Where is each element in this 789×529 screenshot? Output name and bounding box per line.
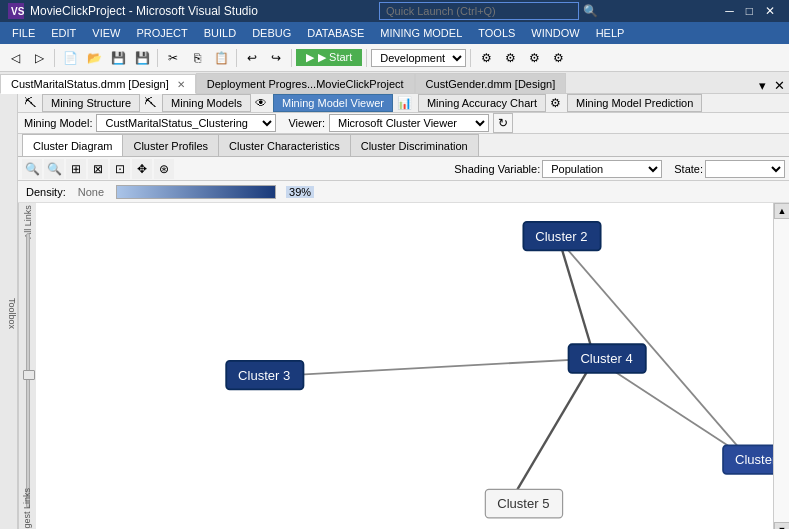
cluster-5-node[interactable]: Cluster 5 — [485, 489, 562, 518]
fit-btn[interactable]: ⊞ — [66, 159, 86, 179]
slider-track[interactable] — [26, 233, 30, 508]
tab-cluster-characteristics[interactable]: Cluster Characteristics — [218, 134, 350, 156]
cluster-3-node[interactable]: Cluster 3 — [226, 361, 303, 390]
mining-toolbar: ⛏ Mining Structure ⛏ Mining Models 👁 Min… — [18, 94, 789, 113]
shading-select[interactable]: Population — [542, 160, 662, 178]
start-btn[interactable]: ▶ ▶ Start — [296, 49, 362, 66]
menu-item-edit[interactable]: EDIT — [43, 25, 84, 41]
save-all-btn[interactable]: 💾 — [131, 47, 153, 69]
dev-mode-select[interactable]: Development — [371, 49, 466, 67]
svg-text:Cluster 3: Cluster 3 — [238, 368, 290, 383]
tab-cluster-diagram-label: Cluster Diagram — [33, 140, 112, 152]
tab-cluster-profiles-label: Cluster Profiles — [133, 140, 208, 152]
new-btn[interactable]: 📄 — [59, 47, 81, 69]
save-btn[interactable]: 💾 — [107, 47, 129, 69]
redo-btn[interactable]: ↪ — [265, 47, 287, 69]
density-label: Density: — [26, 186, 66, 198]
paste-btn[interactable]: 📋 — [210, 47, 232, 69]
extra-btn4[interactable]: ⚙ — [547, 47, 569, 69]
sep6 — [470, 49, 471, 67]
extra-btn3[interactable]: ⚙ — [523, 47, 545, 69]
cluster-2-node[interactable]: Cluster 2 — [523, 222, 600, 251]
viewer-select[interactable]: Microsoft Cluster Viewer — [329, 114, 489, 132]
menu-item-database[interactable]: DATABASE — [299, 25, 372, 41]
svg-text:VS: VS — [11, 6, 24, 17]
menu-item-file[interactable]: FILE — [4, 25, 43, 41]
state-select[interactable] — [705, 160, 785, 178]
sep1 — [54, 49, 55, 67]
mining-structure-btn[interactable]: Mining Structure — [42, 94, 140, 112]
doc-tab-2[interactable]: CustGender.dmm [Design] — [415, 73, 567, 93]
menu-item-window[interactable]: WINDOW — [523, 25, 587, 41]
scroll-track-v[interactable] — [774, 219, 789, 522]
undo-btn[interactable]: ↩ — [241, 47, 263, 69]
strongest-links-label: Strongest Links — [21, 486, 35, 529]
menu-item-project[interactable]: PROJECT — [128, 25, 195, 41]
model-select[interactable]: CustMaritalStatus_Clustering — [96, 114, 276, 132]
scroll-down-btn[interactable]: ▼ — [774, 522, 789, 529]
open-btn[interactable]: 📂 — [83, 47, 105, 69]
diagram-left: 🔍 🔍 ⊞ ⊠ ⊡ ✥ ⊛ Shading Variable: Populati… — [18, 157, 789, 529]
sep5 — [366, 49, 367, 67]
mining-prediction-btn[interactable]: Mining Model Prediction — [567, 94, 702, 112]
density-percentage: 39% — [286, 186, 314, 198]
extra-btn2[interactable]: ⚙ — [499, 47, 521, 69]
refresh-btn[interactable]: ↻ — [493, 113, 513, 133]
slider-thumb[interactable] — [23, 370, 35, 380]
canvas-container: All Links Strongest Links — [18, 203, 789, 529]
doc-tab-1[interactable]: Deployment Progres...MovieClickProject — [196, 73, 415, 93]
title-bar: VS MovieClickProject - Microsoft Visual … — [0, 0, 789, 22]
state-label: State: — [674, 163, 703, 175]
close-btn[interactable]: ✕ — [759, 4, 781, 18]
model-row: Mining Model: CustMaritalStatus_Clusteri… — [18, 113, 789, 134]
search-icon: 🔍 — [583, 4, 598, 18]
mining-models-btn[interactable]: Mining Models — [162, 94, 251, 112]
density-row: Density: None 39% — [18, 181, 789, 203]
doc-tab-0-label: CustMaritalStatus.dmm [Design] — [11, 78, 169, 90]
viewer-label: Viewer: — [288, 117, 324, 129]
run-label: ▶ Start — [318, 51, 352, 64]
cluster-1-node[interactable]: Cluster 1 — [723, 445, 773, 474]
right-scrollbar: ▲ ▼ — [773, 203, 789, 529]
mining-model-viewer-btn[interactable]: Mining Model Viewer — [273, 94, 393, 112]
forward-btn[interactable]: ▷ — [28, 47, 50, 69]
quick-launch-input[interactable] — [379, 2, 579, 20]
zoom-out-btn[interactable]: 🔍 — [44, 159, 64, 179]
main-area: Toolbox ⛏ Mining Structure ⛏ Mining Mode… — [0, 94, 789, 529]
menu-bar: FILEEDITVIEWPROJECTBUILDDEBUGDATABASEMIN… — [0, 22, 789, 44]
toolbox-label: Toolbox — [7, 298, 17, 329]
back-btn[interactable]: ◁ — [4, 47, 26, 69]
diagram-area: 🔍 🔍 ⊞ ⊠ ⊡ ✥ ⊛ Shading Variable: Populati… — [18, 157, 789, 529]
extra-btn1[interactable]: ⚙ — [475, 47, 497, 69]
content-area: ⛏ Mining Structure ⛏ Mining Models 👁 Min… — [18, 94, 789, 529]
tab-cluster-diagram[interactable]: Cluster Diagram — [22, 134, 122, 156]
menu-item-debug[interactable]: DEBUG — [244, 25, 299, 41]
pan-btn[interactable]: ✥ — [132, 159, 152, 179]
menu-item-mining model[interactable]: MINING MODEL — [372, 25, 470, 41]
options-btn[interactable]: ⊛ — [154, 159, 174, 179]
zoom-in-btn[interactable]: 🔍 — [22, 159, 42, 179]
menu-item-help[interactable]: HELP — [588, 25, 633, 41]
tabs-menu-btn[interactable]: ▾ — [755, 78, 770, 93]
layout-btn[interactable]: ⊡ — [110, 159, 130, 179]
grid-btn[interactable]: ⊠ — [88, 159, 108, 179]
close-tab-btn[interactable]: ✕ — [770, 78, 789, 93]
mining-accuracy-btn[interactable]: Mining Accuracy Chart — [418, 94, 546, 112]
run-icon: ▶ — [306, 51, 314, 64]
cut-btn[interactable]: ✂ — [162, 47, 184, 69]
scroll-up-btn[interactable]: ▲ — [774, 203, 789, 219]
shading-label: Shading Variable: — [454, 163, 540, 175]
menu-item-build[interactable]: BUILD — [196, 25, 244, 41]
menu-item-tools[interactable]: TOOLS — [470, 25, 523, 41]
tab-cluster-profiles[interactable]: Cluster Profiles — [122, 134, 218, 156]
tab-cluster-discrimination[interactable]: Cluster Discrimination — [350, 134, 479, 156]
doc-tab-2-label: CustGender.dmm [Design] — [426, 78, 556, 90]
copy-btn[interactable]: ⎘ — [186, 47, 208, 69]
minimize-btn[interactable]: ─ — [719, 4, 740, 18]
doc-tab-0-close[interactable]: ✕ — [177, 79, 185, 90]
doc-tab-0[interactable]: CustMaritalStatus.dmm [Design] ✕ — [0, 74, 196, 94]
menu-item-view[interactable]: VIEW — [84, 25, 128, 41]
cluster-4-node[interactable]: Cluster 4 — [569, 344, 646, 373]
restore-btn[interactable]: □ — [740, 4, 759, 18]
svg-text:Cluster 2: Cluster 2 — [535, 229, 587, 244]
